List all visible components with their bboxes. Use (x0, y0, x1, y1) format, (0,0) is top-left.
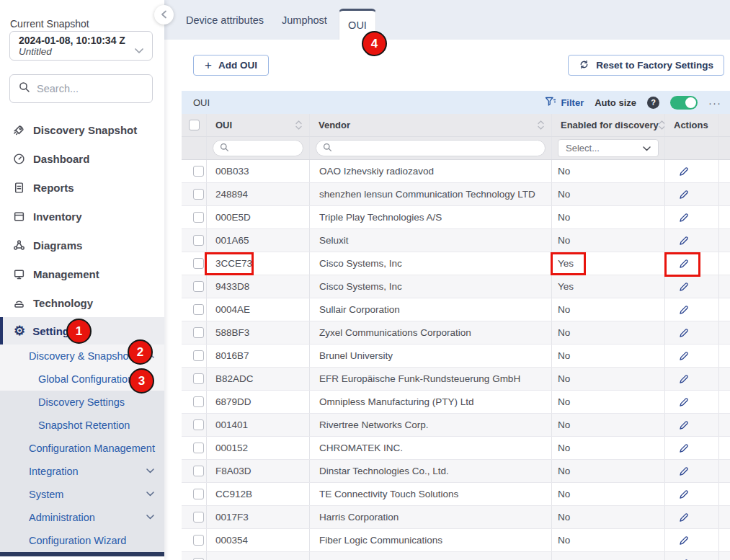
row-checkbox[interactable] (193, 489, 204, 499)
filter-icon (545, 97, 556, 109)
sidebar-subitem-configuration-wizard[interactable]: Configuration Wizard (0, 529, 164, 552)
tab-device-attributes[interactable]: Device attributes (186, 0, 264, 40)
edit-pencil-icon[interactable] (678, 281, 690, 293)
row-checkbox[interactable] (193, 166, 204, 177)
autosize-toggle[interactable] (670, 96, 698, 110)
sidebar-subitem-administration[interactable]: Administration (0, 506, 164, 529)
sidebar-collapse-button[interactable] (154, 5, 174, 25)
table-row: B82ADCEFR Europäische Funk-Rundsteuerung… (182, 368, 730, 391)
sort-icon[interactable] (538, 120, 544, 130)
row-checkbox[interactable] (193, 281, 204, 292)
tab-jumphost[interactable]: Jumphost (282, 0, 327, 40)
table-row: 000152CHROMATEK INC.No (182, 437, 730, 460)
filter-control[interactable]: Filter (545, 97, 584, 109)
enabled-filter-select[interactable]: Select... (558, 139, 659, 157)
row-checkbox[interactable] (193, 327, 204, 338)
edit-pencil-icon[interactable] (678, 350, 690, 362)
row-checkbox[interactable] (193, 535, 204, 546)
enabled-cell: No (552, 321, 665, 344)
enabled-cell: Yes (552, 275, 665, 298)
table-row: 001401Rivertree Networks Corp.No (182, 414, 730, 437)
edit-pencil-icon[interactable] (678, 304, 690, 316)
actions-cell (665, 460, 719, 482)
edit-pencil-icon[interactable] (678, 512, 690, 523)
sidebar-item-label: Technology (33, 297, 93, 309)
edit-pencil-icon[interactable] (678, 489, 690, 500)
column-header-enabled[interactable]: Enabled for discovery (552, 114, 665, 136)
search-input[interactable] (37, 83, 138, 94)
edit-pencil-icon[interactable] (678, 419, 690, 431)
sidebar-item-discovery-snapshot[interactable]: Discovery Snapshot (0, 115, 164, 144)
sidebar-subitem-configuration-management[interactable]: Configuration Management (0, 437, 164, 460)
sidebar-subitem-system[interactable]: System (0, 483, 164, 506)
row-checkbox[interactable] (193, 419, 204, 430)
sidebar-subitem-snapshot-retention[interactable]: Snapshot Retention (0, 414, 164, 437)
edit-pencil-icon[interactable] (678, 235, 690, 246)
edit-pencil-icon[interactable] (678, 189, 690, 200)
spare-cell (719, 298, 730, 321)
table-header-bar: OUI Filter Auto size ? ··· (182, 91, 730, 114)
enabled-cell: No (552, 368, 665, 390)
edit-pencil-icon[interactable] (678, 166, 690, 177)
sidebar-item-diagrams[interactable]: Diagrams (0, 231, 164, 259)
spare-cell (719, 437, 730, 459)
snapshot-dropdown[interactable]: 2024-01-08, 10:10:34 Z Untitled (9, 31, 153, 61)
enabled-cell: No (552, 206, 665, 228)
row-checkbox[interactable] (193, 258, 204, 269)
subitem-label: Global Configuration (38, 373, 133, 385)
edit-pencil-icon[interactable] (678, 373, 690, 385)
vendor-filter-input[interactable] (337, 143, 492, 154)
oui-cell: 000152 (207, 437, 310, 459)
select-all-checkbox[interactable] (189, 120, 200, 130)
row-checkbox[interactable] (193, 443, 204, 453)
column-header-actions: Actions (665, 114, 719, 136)
reset-factory-button[interactable]: Reset to Factory Settings (568, 55, 724, 76)
sidebar-item-reports[interactable]: Reports (0, 173, 164, 202)
enabled-filter-cell: Select... (552, 137, 665, 159)
enabled-cell: No (552, 483, 665, 505)
oui-cell: 9433D8 (207, 275, 310, 298)
vendor-filter-cell (310, 137, 552, 159)
spare-filter-cell (719, 137, 730, 159)
column-header-oui[interactable]: OUI (207, 114, 310, 136)
edit-pencil-icon[interactable] (678, 443, 690, 454)
sort-icon[interactable] (659, 120, 665, 130)
edit-pencil-icon[interactable] (678, 396, 690, 408)
row-checkbox[interactable] (193, 189, 204, 200)
vendor-cell: Omnipless Manufacturing (PTY) Ltd (310, 391, 552, 413)
row-checkbox[interactable] (193, 235, 204, 246)
plus-icon: + (205, 59, 212, 71)
edit-pencil-icon[interactable] (678, 466, 690, 477)
row-checkbox-cell (182, 321, 207, 344)
edit-pencil-icon[interactable] (678, 535, 690, 546)
edit-pencil-icon[interactable] (678, 327, 690, 339)
column-header-vendor[interactable]: Vendor (310, 114, 552, 136)
row-checkbox[interactable] (193, 373, 204, 384)
sidebar-item-dashboard[interactable]: Dashboard (0, 144, 164, 173)
row-checkbox[interactable] (193, 212, 204, 223)
sidebar-subitem-integration[interactable]: Integration (0, 460, 164, 483)
edit-pencil-icon[interactable] (678, 212, 690, 223)
add-oui-button[interactable]: + Add OUI (193, 55, 269, 76)
step-badge-2: 2 (128, 339, 153, 365)
table-column-headers: OUI Vendor Enabled for discovery Actions (182, 114, 730, 137)
sidebar-item-label: Discovery Snapshot (33, 124, 137, 136)
tab-label: Jumphost (282, 14, 327, 26)
vendor-cell: shenzhen lensun Communication Technology… (310, 183, 552, 205)
help-icon[interactable]: ? (647, 97, 659, 109)
edit-pencil-icon[interactable] (678, 558, 690, 560)
row-checkbox[interactable] (193, 304, 204, 315)
vendor-cell: CHROMATEK INC. (310, 437, 552, 459)
oui-filter-input[interactable] (233, 143, 292, 154)
row-checkbox[interactable] (193, 466, 204, 476)
sort-icon[interactable] (295, 120, 302, 130)
row-checkbox[interactable] (193, 396, 204, 407)
row-checkbox[interactable] (193, 512, 204, 523)
sidebar-subitem-discovery-settings[interactable]: Discovery Settings (0, 391, 164, 414)
sidebar-item-inventory[interactable]: Inventory (0, 202, 164, 231)
more-options-icon[interactable]: ··· (708, 97, 721, 109)
row-checkbox[interactable] (193, 350, 204, 361)
chevron-down-icon (643, 143, 651, 154)
sidebar-item-technology[interactable]: Technology (0, 288, 164, 317)
sidebar-item-management[interactable]: Management (0, 259, 164, 288)
